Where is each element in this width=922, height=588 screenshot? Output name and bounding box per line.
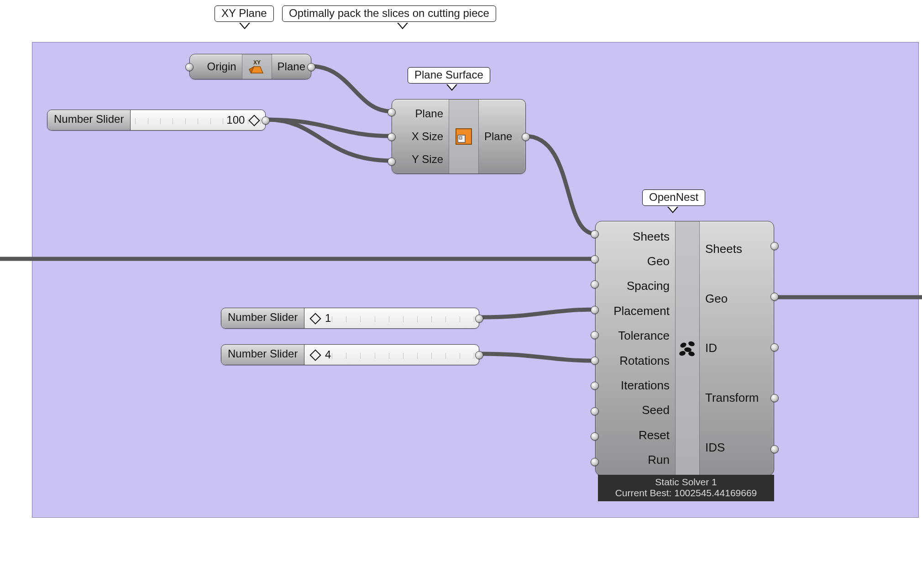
svg-point-9 bbox=[679, 350, 686, 356]
input-x-size: X Size bbox=[412, 130, 443, 143]
output-transform: Transform bbox=[705, 391, 759, 405]
tooltip-arrow bbox=[397, 23, 408, 29]
output-grip[interactable] bbox=[307, 63, 315, 71]
output-sheets: Sheets bbox=[705, 242, 742, 256]
tooltip-planesurface: Plane Surface bbox=[408, 67, 490, 84]
diamond-icon bbox=[310, 313, 321, 324]
tooltip-text: OpenNest bbox=[649, 191, 698, 203]
component-xy-plane[interactable]: Origin XY Plane bbox=[189, 54, 311, 79]
input-grip[interactable] bbox=[591, 357, 599, 365]
input-tolerance: Tolerance bbox=[618, 329, 670, 343]
input-spacing: Spacing bbox=[627, 279, 670, 293]
opennest-icon bbox=[675, 221, 700, 475]
input-sheets: Sheets bbox=[633, 230, 670, 244]
slider-label: Number Slider bbox=[221, 345, 304, 365]
output-grip[interactable] bbox=[770, 293, 779, 301]
number-slider-4[interactable]: Number Slider 4 bbox=[221, 344, 479, 365]
svg-rect-5 bbox=[459, 136, 462, 139]
input-grip[interactable] bbox=[591, 458, 599, 466]
component-opennest[interactable]: Sheets Geo Spacing Placement Tolerance R… bbox=[595, 221, 774, 476]
input-grip[interactable] bbox=[591, 407, 599, 415]
svg-point-6 bbox=[680, 342, 687, 349]
output-grip[interactable] bbox=[522, 133, 530, 141]
input-iterations: Iterations bbox=[621, 378, 670, 393]
opennest-status: Static Solver 1 Current Best: 1002545.44… bbox=[598, 475, 774, 501]
input-grip[interactable] bbox=[388, 108, 396, 116]
xy-plane-icon: XY bbox=[242, 54, 272, 79]
slider-label: Number Slider bbox=[221, 308, 304, 328]
tooltip-arrow bbox=[239, 23, 250, 29]
input-run: Run bbox=[648, 453, 670, 467]
output-plane: Plane bbox=[278, 60, 305, 73]
input-grip[interactable] bbox=[591, 432, 599, 441]
tooltip-text: XY Plane bbox=[221, 7, 267, 19]
input-grip[interactable] bbox=[185, 63, 194, 71]
output-grip[interactable] bbox=[475, 315, 483, 323]
diamond-icon bbox=[310, 349, 321, 361]
output-grip[interactable] bbox=[475, 351, 483, 359]
output-grip[interactable] bbox=[770, 445, 779, 453]
slider-track[interactable]: 4 bbox=[304, 345, 479, 365]
input-geo: Geo bbox=[647, 254, 670, 268]
svg-text:XY: XY bbox=[253, 59, 261, 66]
output-grip[interactable] bbox=[770, 343, 779, 352]
status-line-1: Static Solver 1 bbox=[600, 477, 772, 488]
component-plane-surface[interactable]: Plane X Size Y Size Plane bbox=[392, 99, 526, 174]
input-grip[interactable] bbox=[591, 306, 599, 314]
tooltip-text: Plane Surface bbox=[414, 68, 483, 81]
slider-value: 100 bbox=[226, 114, 245, 126]
input-y-size: Y Size bbox=[412, 153, 443, 166]
tooltip-xyplane: XY Plane bbox=[215, 5, 274, 22]
input-grip[interactable] bbox=[591, 255, 599, 263]
output-grip[interactable] bbox=[770, 242, 779, 250]
output-ids: IDS bbox=[705, 441, 725, 455]
number-slider-100[interactable]: Number Slider 100 bbox=[47, 110, 266, 131]
slider-value: 1 bbox=[325, 312, 331, 324]
tooltip-arrow bbox=[667, 207, 678, 213]
output-geo: Geo bbox=[705, 292, 728, 306]
input-grip[interactable] bbox=[591, 331, 599, 339]
diamond-icon bbox=[248, 115, 260, 126]
svg-point-7 bbox=[688, 341, 696, 347]
input-placement: Placement bbox=[613, 304, 670, 318]
input-grip[interactable] bbox=[388, 158, 396, 166]
input-rotations: Rotations bbox=[619, 354, 670, 368]
output-grip[interactable] bbox=[770, 394, 779, 402]
output-id: ID bbox=[705, 341, 717, 355]
input-grip[interactable] bbox=[591, 230, 599, 238]
slider-track[interactable]: 100 bbox=[131, 110, 265, 130]
output-grip[interactable] bbox=[262, 116, 270, 125]
input-plane: Plane bbox=[415, 107, 443, 120]
slider-track[interactable]: 1 bbox=[304, 308, 479, 328]
input-grip[interactable] bbox=[591, 382, 599, 390]
slider-label: Number Slider bbox=[47, 110, 131, 130]
status-line-2: Current Best: 1002545.44169669 bbox=[600, 488, 772, 499]
tooltip-group: Optimally pack the slices on cutting pie… bbox=[282, 5, 496, 22]
input-grip[interactable] bbox=[388, 133, 396, 141]
input-seed: Seed bbox=[642, 403, 670, 417]
input-origin: Origin bbox=[207, 60, 236, 73]
number-slider-1[interactable]: Number Slider 1 bbox=[221, 308, 479, 329]
slider-value: 4 bbox=[325, 348, 331, 361]
tooltip-opennest: OpenNest bbox=[642, 189, 705, 206]
input-grip[interactable] bbox=[591, 280, 599, 289]
input-reset: Reset bbox=[639, 428, 670, 442]
tooltip-arrow bbox=[446, 84, 457, 91]
plane-surface-icon bbox=[449, 100, 479, 173]
output-plane: Plane bbox=[484, 130, 512, 143]
tooltip-text: Optimally pack the slices on cutting pie… bbox=[289, 7, 489, 19]
